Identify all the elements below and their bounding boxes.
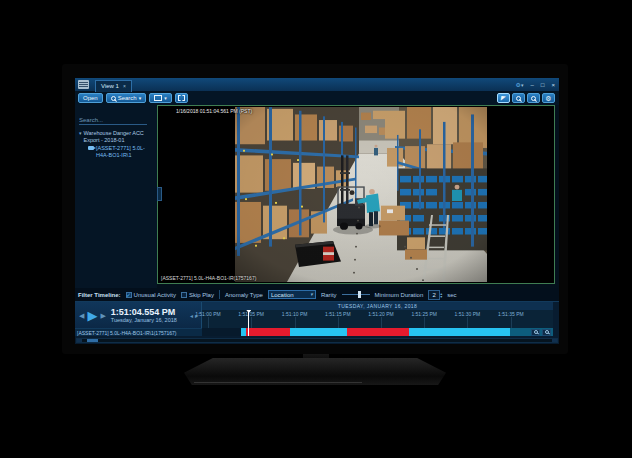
search-button-label: Search: [118, 95, 137, 101]
anomaly-type-select[interactable]: Location ▾: [268, 290, 316, 299]
toolbar: Open Search ▾ ▾ ◤ ⚙: [75, 91, 559, 105]
video-timestamp-overlay: 1/16/2018 01:51:04.561 PM (PST): [176, 108, 252, 114]
playback-clock: 1:51:04.554 PM Tuesday, January 16, 2018: [111, 307, 177, 323]
rarity-label: Rarity: [321, 292, 337, 298]
next-frame-button[interactable]: ▶: [100, 312, 105, 319]
skip-play-label: Skip Play: [189, 292, 214, 298]
monitor: View 1 × ⚙▾ – □ × Open Search ▾: [62, 64, 568, 354]
zoom-in-icon: [516, 96, 521, 101]
tree-camera-label: [ASSET-2771] 5.0L-H4A-BO1-IR\1: [96, 145, 155, 158]
timeline-date-header: TUESDAY, JANUARY 16, 2018: [202, 302, 553, 310]
zoom-out-tool-button[interactable]: [527, 93, 540, 103]
fullscreen-button[interactable]: [175, 93, 188, 103]
timeline-zoom-out-button[interactable]: [542, 329, 551, 336]
timeline-camera-row-label: [ASSET-2771] 5.0L-H4A-BO1-IR\1(1757167): [77, 330, 177, 336]
monitor-stand-base: [184, 358, 446, 385]
caret-down-icon: ▾: [164, 96, 167, 101]
close-button[interactable]: ×: [551, 82, 555, 88]
open-button[interactable]: Open: [78, 93, 103, 103]
main-area: ▾ Warehouse Danger ACC Export - 2018-01 …: [75, 105, 559, 288]
playback-time: 1:51:04.554 PM: [111, 307, 177, 317]
spinner-down-icon[interactable]: ▾: [440, 295, 442, 298]
min-duration-input[interactable]: [428, 290, 440, 300]
min-duration-stepper: ▴ ▾: [428, 290, 442, 300]
rarity-slider[interactable]: [342, 290, 370, 299]
minimize-button[interactable]: –: [531, 82, 534, 88]
search-button[interactable]: Search ▾: [106, 93, 147, 103]
timeline-scrollbar[interactable]: [76, 338, 558, 343]
video-area: 1/16/2018 01:51:04.561 PM (PST) [ASSET-2…: [157, 105, 555, 284]
spinner: ▴ ▾: [440, 292, 442, 298]
panel-collapse-handle[interactable]: [157, 187, 162, 201]
playback-controls-panel: ◀ ▶ ▶ 1:51:04.554 PM Tuesday, January 16…: [75, 302, 202, 336]
camera-view: [235, 107, 487, 282]
play-button[interactable]: ▶: [87, 309, 97, 322]
anomaly-type-label: Anomaly Type: [225, 292, 263, 298]
cursor-icon: ◤: [501, 95, 506, 102]
timeline-zoom-buttons: [531, 329, 551, 336]
jump-back-button[interactable]: ◂: [190, 312, 193, 319]
timeline[interactable]: TUESDAY, JANUARY 16, 2018 1:51:00 PM1:51…: [202, 302, 553, 336]
app-menu-button[interactable]: [78, 80, 89, 89]
filter-separator: [219, 290, 220, 299]
scrollbar-thumb[interactable]: [87, 339, 98, 342]
unusual-activity-checkbox[interactable]: ✓ Unusual Activity: [126, 292, 176, 298]
tab-close-icon[interactable]: ×: [123, 83, 126, 89]
scroll-left-button[interactable]: [77, 339, 82, 342]
anomaly-type-value: Location: [271, 292, 294, 298]
scroll-right-button[interactable]: [552, 339, 557, 342]
app-settings-button[interactable]: ⚙▾: [516, 82, 524, 88]
titlebar: View 1 × ⚙▾ – □ ×: [75, 78, 559, 91]
caret-down-icon: ▾: [521, 82, 524, 88]
filter-timeline-label: Filter Timeline:: [78, 292, 121, 298]
tree-item-camera[interactable]: [ASSET-2771] 5.0L-H4A-BO1-IR\1: [88, 145, 155, 158]
skip-play-checkbox[interactable]: Skip Play: [181, 292, 214, 298]
caret-down-icon: ▾: [139, 96, 142, 101]
fullscreen-icon: [178, 95, 185, 101]
zoom-in-tool-button[interactable]: [512, 93, 525, 103]
timeline-camera-row[interactable]: [ASSET-2771] 5.0L-H4A-BO1-IR\1(1757167): [75, 328, 202, 336]
timeline-scale: 1:51:00 PM1:51:05 PM1:51:10 PM1:51:15 PM…: [202, 310, 553, 317]
timeline-segment-unusual[interactable]: [246, 328, 291, 336]
window-controls: ⚙▾ – □ ×: [516, 78, 555, 91]
playback-date: Tuesday, January 16, 2018: [111, 317, 177, 323]
unusual-activity-label: Unusual Activity: [134, 292, 176, 298]
tab-view-1[interactable]: View 1 ×: [95, 80, 132, 92]
checkbox-unchecked[interactable]: [181, 292, 187, 298]
video-panel[interactable]: 1/16/2018 01:51:04.561 PM (PST) [ASSET-2…: [157, 105, 555, 284]
min-duration-label: Minimum Duration: [375, 292, 424, 298]
gear-icon: ⚙: [545, 95, 551, 102]
previous-frame-button[interactable]: ◀: [79, 312, 84, 319]
timeline-segment-recorded[interactable]: [409, 328, 510, 336]
open-button-label: Open: [83, 95, 98, 101]
select-tool-button[interactable]: ◤: [497, 93, 510, 103]
check-icon: ✓: [126, 293, 131, 297]
playback-controls: ◀ ▶ ▶ 1:51:04.554 PM Tuesday, January 16…: [75, 302, 201, 328]
settings-tool-button[interactable]: ⚙: [542, 93, 555, 103]
warehouse-video-frame: [235, 107, 487, 282]
rarity-slider-handle[interactable]: [358, 291, 361, 298]
timeline-segment-unusual[interactable]: [347, 328, 409, 336]
timeline-segment-recorded[interactable]: [290, 328, 347, 336]
timeline-playhead[interactable]: [248, 310, 249, 336]
tree-item-export[interactable]: ▾ Warehouse Danger ACC Export - 2018-01: [79, 130, 155, 143]
restore-button[interactable]: □: [541, 82, 545, 88]
filter-bar: Filter Timeline: ✓ Unusual Activity Skip…: [75, 288, 559, 301]
rarity-slider-track: [342, 294, 370, 295]
layout-button[interactable]: ▾: [149, 93, 172, 103]
search-icon: [111, 96, 116, 101]
tree-root-label: Warehouse Danger ACC Export - 2018-01: [84, 130, 155, 143]
tab-label: View 1: [101, 83, 119, 89]
app-window: View 1 × ⚙▾ – □ × Open Search ▾: [75, 78, 559, 344]
camera-icon: [88, 146, 94, 150]
timeline-zoom-in-button[interactable]: [531, 329, 540, 336]
zoom-out-icon: [531, 96, 536, 101]
checkbox-checked[interactable]: ✓: [126, 292, 132, 298]
tree-expander-icon[interactable]: ▾: [79, 130, 82, 136]
caret-down-icon: ▾: [310, 292, 313, 297]
video-camera-label-overlay: [ASSET-2771] 5.0L-H4A-BO1-IR(1757167): [161, 275, 256, 281]
timeline-track[interactable]: [202, 328, 553, 336]
playback-area: ◀ ▶ ▶ 1:51:04.554 PM Tuesday, January 16…: [75, 301, 559, 344]
sidebar-search-input[interactable]: [79, 116, 147, 125]
zoom-out-icon: [545, 330, 549, 334]
